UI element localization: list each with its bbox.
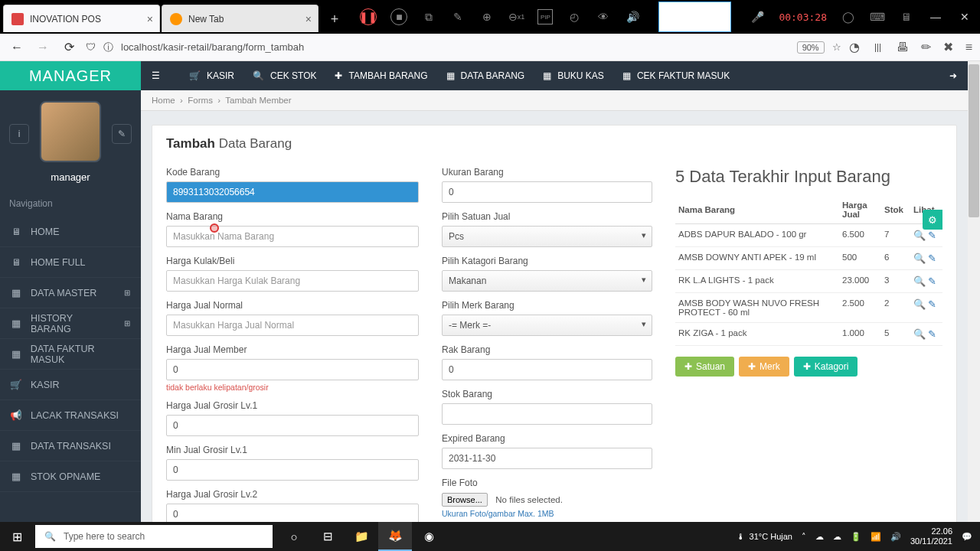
keyboard-icon[interactable]: ⌨ [870,9,885,24]
timer-icon[interactable]: ◴ [567,9,582,24]
close-icon[interactable]: × [147,13,153,25]
menu-icon[interactable]: ≡ [965,41,972,54]
print-icon[interactable]: 🖶 [897,41,909,54]
eye-icon[interactable]: 👁 [596,9,611,24]
logout-icon[interactable]: ➜ [949,70,957,81]
nama-input[interactable] [166,226,419,247]
profile-edit-button[interactable]: ✎ [112,124,132,144]
explorer-icon[interactable]: 📁 [345,522,378,551]
edit-icon[interactable]: ✎ [928,298,936,310]
hgrosir2-input[interactable] [166,504,419,522]
chevron-up-icon[interactable]: ˄ [802,532,806,542]
display-icon[interactable]: 🖥 [899,9,914,24]
zoom-in-icon[interactable]: ⊕ [479,9,495,24]
library-icon[interactable]: ⫼ [872,41,884,54]
volume-tray-icon[interactable]: 🔊 [890,532,901,542]
crumb-forms[interactable]: Forms [188,96,213,105]
pocket-icon[interactable]: ◔ [849,40,860,54]
view-icon[interactable]: 🔍 [913,276,926,287]
hgrosir1-input[interactable] [166,415,419,436]
new-tab-button[interactable]: + [323,8,346,31]
satuan-select[interactable] [442,226,652,247]
url-field[interactable]: 🛡 ⓘ localhost/kasir-retail/barang/form_t… [86,41,841,54]
weather-widget[interactable]: 🌡 31°C Hujan [737,532,792,541]
forward-button[interactable]: → [34,38,52,57]
stop-icon[interactable]: ■ [390,8,407,25]
merk-select[interactable] [442,315,652,336]
sidebar-item[interactable]: ▦STOK OPNAME [0,461,141,492]
crumb-home[interactable]: Home [152,96,175,105]
stok-input[interactable] [442,403,652,425]
app-icon[interactable]: ◉ [412,522,446,551]
clock[interactable]: 22.06 30/11/2021 [910,527,952,546]
zoom-out-icon[interactable]: ⊖x1 [508,9,524,24]
topbar-item[interactable]: ▦BUKU KAS [534,61,613,90]
topbar-item[interactable]: ▦DATA BARANG [437,61,534,90]
mic-icon[interactable]: 🎤 [750,9,765,24]
volume-icon[interactable]: 🔊 [625,9,640,24]
sidebar-item[interactable]: ▦DATA TRANSAKSI [0,431,141,461]
cortana-icon[interactable]: ○ [277,522,311,551]
sidebar-item[interactable]: ▦HISTORY BARANG⊞ [0,308,141,339]
expired-input[interactable] [442,448,652,469]
add-satuan-button[interactable]: ✚ Satuan [675,357,734,377]
view-icon[interactable]: 🔍 [913,230,926,241]
topbar-item[interactable]: ▦CEK FAKTUR MASUK [613,61,739,90]
shield-icon[interactable]: 🛡 [86,41,96,53]
start-button[interactable]: ⊞ [0,522,34,551]
topbar-item[interactable]: ✚TAMBAH BARANG [325,61,436,90]
info-icon[interactable]: ⓘ [103,41,113,54]
topbar-item[interactable]: 🛒KASIR [180,61,243,90]
battery-icon[interactable]: 🔋 [851,532,861,542]
sidebar-item[interactable]: 🖥HOME [0,217,141,247]
add-kategori-button[interactable]: ✚ Katagori [794,357,858,377]
sidebar-item[interactable]: 🛒KASIR [0,370,141,400]
edit-icon[interactable]: ✎ [928,230,936,241]
sidebar-item[interactable]: ▦DATA MASTER⊞ [0,278,141,308]
edit-icon[interactable]: ✎ [928,328,936,340]
minimize-button[interactable]: — [928,11,943,23]
wifi-icon[interactable]: 📶 [871,532,881,542]
profile-info-button[interactable]: i [9,124,29,144]
hmember-input[interactable] [166,359,419,380]
zoom-level[interactable]: 90% [797,41,825,54]
pen-icon[interactable]: ✎ [450,9,466,24]
reload-button[interactable]: ⟳ [60,38,78,57]
ext-icon[interactable]: ✏ [921,40,931,54]
ukuran-input[interactable] [442,181,652,203]
rak-input[interactable] [442,359,652,380]
kategori-select[interactable] [442,270,652,292]
view-icon[interactable]: 🔍 [913,253,926,264]
edit-icon[interactable]: ✎ [928,253,936,264]
view-icon[interactable]: 🔍 [913,298,926,310]
browse-button[interactable]: Browse... [442,493,488,507]
back-button[interactable]: ← [8,38,26,57]
close-button[interactable]: ✕ [957,11,972,23]
edit-icon[interactable]: ✎ [928,276,936,287]
circle-icon[interactable]: ◯ [841,9,856,24]
sidebar-item[interactable]: ▦DATA FAKTUR MASUK [0,339,141,370]
firefox-icon[interactable]: 🦊 [378,522,412,551]
gear-tab[interactable]: ⚙ [923,210,942,230]
screenshot-icon[interactable]: ⧉ [421,9,436,24]
taskbar-search[interactable]: 🔍 Type here to search [35,525,273,548]
recording-thumbnail[interactable] [658,2,731,32]
hjual-input[interactable] [166,315,419,336]
notifications-icon[interactable]: 💬 [962,532,972,542]
topbar-item[interactable]: 🔍CEK STOK [243,61,325,90]
sidebar-toggle-icon[interactable]: ☰ [152,70,160,81]
mingrosir1-input[interactable] [166,459,419,481]
pip-icon[interactable]: PIP [537,9,553,24]
add-merk-button[interactable]: ✚ Merk [739,357,789,377]
browser-tab[interactable]: New Tab × [162,5,318,32]
close-icon[interactable]: × [305,13,312,25]
view-icon[interactable]: 🔍 [913,328,926,340]
sidebar-item[interactable]: 🖥HOME FULL [0,247,141,278]
ext2-icon[interactable]: ✖ [943,40,953,54]
sidebar-item[interactable]: 📢LACAK TRANSAKSI [0,400,141,431]
kode-input[interactable] [166,181,419,203]
star-icon[interactable]: ☆ [832,41,841,53]
scrollbar[interactable] [968,61,980,522]
onedrive2-icon[interactable]: ☁ [833,532,841,542]
onedrive-icon[interactable]: ☁ [815,532,824,542]
